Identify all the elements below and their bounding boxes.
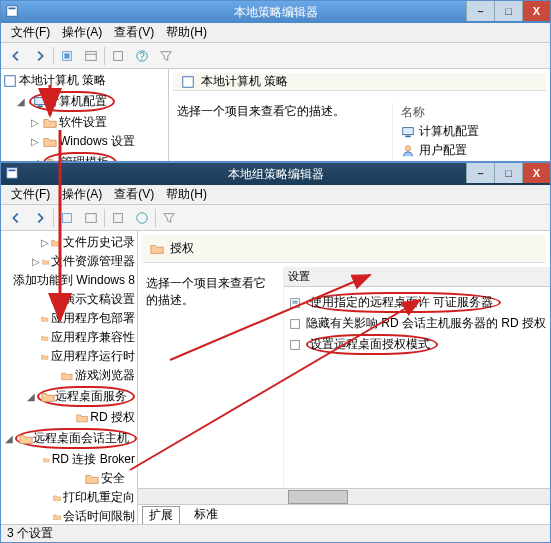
close-button[interactable]: X bbox=[522, 1, 550, 21]
detail-title: 本地计算机 策略 bbox=[201, 73, 288, 90]
detail-title: 授权 bbox=[170, 240, 194, 257]
setting-license-mode[interactable]: 设置远程桌面授权模式 bbox=[288, 333, 546, 356]
tab-extended[interactable]: 扩展 bbox=[142, 506, 180, 524]
menu-action[interactable]: 操作(A) bbox=[56, 186, 108, 203]
tree-item[interactable]: 打印机重定向 bbox=[3, 488, 135, 507]
setting-label: 设置远程桌面授权模式 bbox=[310, 336, 430, 353]
menu-file[interactable]: 文件(F) bbox=[5, 186, 56, 203]
tree-software-settings[interactable]: ▷软件设置 bbox=[3, 113, 166, 132]
menu-help[interactable]: 帮助(H) bbox=[160, 186, 213, 203]
show-hide-button[interactable] bbox=[80, 45, 102, 67]
tree-label: 文件历史记录 bbox=[63, 234, 135, 251]
folder-icon bbox=[41, 331, 49, 345]
tree-label: 打印机重定向 bbox=[63, 489, 135, 506]
tree-item[interactable]: 游戏浏览器 bbox=[3, 366, 135, 385]
export-button[interactable] bbox=[107, 207, 129, 229]
tree-windows-settings[interactable]: ▷Windows 设置 bbox=[3, 132, 166, 151]
tree-item[interactable]: 添加功能到 Windows 8 bbox=[3, 271, 135, 290]
folder-icon bbox=[41, 390, 55, 404]
folder-icon bbox=[51, 236, 61, 250]
expander-icon[interactable]: ◢ bbox=[29, 157, 41, 161]
titlebar[interactable]: 本地策略编辑器 – □ X bbox=[1, 1, 550, 23]
tree-computer-config[interactable]: ◢ 计算机配置 bbox=[3, 90, 166, 113]
svg-rect-17 bbox=[9, 170, 16, 172]
svg-rect-16 bbox=[7, 168, 18, 179]
window-controls: – □ X bbox=[466, 1, 550, 21]
forward-button[interactable] bbox=[29, 45, 51, 67]
show-hide-button[interactable] bbox=[80, 207, 102, 229]
maximize-button[interactable]: □ bbox=[494, 1, 522, 21]
close-button[interactable]: X bbox=[522, 163, 550, 183]
up-button[interactable] bbox=[56, 45, 78, 67]
menu-help[interactable]: 帮助(H) bbox=[160, 24, 213, 41]
tree-label: 远程桌面会话主机 bbox=[33, 430, 129, 447]
window-group-policy-editor: 本地组策略编辑器 – □ X 文件(F) 操作(A) 查看(V) 帮助(H) ▷… bbox=[0, 162, 551, 543]
svg-rect-13 bbox=[403, 127, 414, 134]
minimize-button[interactable]: – bbox=[466, 1, 494, 21]
toolbar: ? bbox=[1, 43, 550, 69]
detail-scrollbar[interactable] bbox=[138, 488, 550, 504]
prop-user-config[interactable]: 用户配置 bbox=[401, 141, 542, 160]
filter-button[interactable] bbox=[158, 207, 180, 229]
back-button[interactable] bbox=[5, 207, 27, 229]
tree-admin-templates[interactable]: ◢ 管理模板 bbox=[3, 151, 166, 161]
filter-button[interactable] bbox=[155, 45, 177, 67]
tree-item[interactable]: RD 连接 Broker bbox=[3, 450, 135, 469]
help-button[interactable]: ? bbox=[131, 45, 153, 67]
setting-license-servers[interactable]: 使用指定的远程桌面许 可证服务器 bbox=[288, 291, 546, 314]
tree-item[interactable]: ▷文件资源管理器 bbox=[3, 252, 135, 271]
svg-rect-3 bbox=[64, 53, 69, 58]
tree-pane[interactable]: ▷文件历史记录 ▷文件资源管理器 添加功能到 Windows 8 演示文稿设置 … bbox=[1, 231, 138, 524]
setting-icon bbox=[288, 317, 302, 331]
tree-item[interactable]: 应用程序包部署 bbox=[3, 309, 135, 328]
tree-remote-desktop-services[interactable]: ◢ 远程桌面服务 bbox=[3, 385, 135, 408]
tree-rd-session-host[interactable]: ◢ 远程桌面会话主机 bbox=[3, 427, 135, 450]
prop-computer-config[interactable]: 计算机配置 bbox=[401, 122, 542, 141]
expander-icon[interactable]: ▷ bbox=[29, 117, 41, 128]
svg-rect-26 bbox=[291, 340, 300, 349]
tree-item[interactable]: ▷文件历史记录 bbox=[3, 233, 135, 252]
menubar: 文件(F) 操作(A) 查看(V) 帮助(H) bbox=[1, 23, 550, 43]
setting-hide-rd[interactable]: 隐藏有关影响 RD 会话主机服务器的 RD 授权 bbox=[288, 314, 546, 333]
folder-icon bbox=[42, 255, 49, 269]
tab-standard[interactable]: 标准 bbox=[188, 506, 224, 523]
menu-action[interactable]: 操作(A) bbox=[56, 24, 108, 41]
menu-view[interactable]: 查看(V) bbox=[108, 24, 160, 41]
svg-rect-4 bbox=[86, 51, 97, 60]
expander-icon[interactable]: ◢ bbox=[15, 96, 27, 107]
detail-header: 本地计算机 策略 bbox=[173, 73, 546, 91]
content-area: ▷文件历史记录 ▷文件资源管理器 添加功能到 Windows 8 演示文稿设置 … bbox=[1, 231, 550, 524]
tree-label: RD 授权 bbox=[90, 409, 135, 426]
menu-view[interactable]: 查看(V) bbox=[108, 186, 160, 203]
settings-pane: 设置 使用指定的远程桌面许 可证服务器 隐藏有关影响 RD 会话主机服务器的 R… bbox=[283, 267, 550, 488]
svg-point-15 bbox=[405, 145, 410, 150]
tree-item[interactable]: 会话时间限制 bbox=[3, 507, 135, 524]
name-label: 名称 bbox=[401, 103, 542, 122]
back-button[interactable] bbox=[5, 45, 27, 67]
statusbar: 3 个设置 bbox=[1, 524, 550, 542]
tree-item[interactable]: 应用程序兼容性 bbox=[3, 328, 135, 347]
detail-pane: 授权 选择一个项目来查看它的描述。 设置 使用指定的远程桌面许 可证服务器 隐藏… bbox=[138, 231, 550, 524]
tree-item[interactable]: 演示文稿设置 bbox=[3, 290, 135, 309]
export-button[interactable] bbox=[107, 45, 129, 67]
forward-button[interactable] bbox=[29, 207, 51, 229]
tree-item[interactable]: RD 授权 bbox=[3, 408, 135, 427]
detail-tabs: 扩展 标准 bbox=[138, 504, 550, 524]
tree-item[interactable]: 应用程序运行时 bbox=[3, 347, 135, 366]
tree-item[interactable]: 安全 bbox=[3, 469, 135, 488]
svg-rect-0 bbox=[7, 6, 18, 17]
minimize-button[interactable]: – bbox=[466, 163, 494, 183]
tree-label: 远程桌面服务 bbox=[55, 388, 127, 405]
up-button[interactable] bbox=[56, 207, 78, 229]
tree-pane[interactable]: 本地计算机 策略 ◢ 计算机配置 ▷软件设置 ▷Windows 设置 ◢ 管理模… bbox=[1, 69, 169, 161]
tree-root[interactable]: 本地计算机 策略 bbox=[3, 71, 166, 90]
maximize-button[interactable]: □ bbox=[494, 163, 522, 183]
policy-icon bbox=[3, 74, 17, 88]
menu-file[interactable]: 文件(F) bbox=[5, 24, 56, 41]
folder-icon bbox=[19, 432, 33, 446]
window-controls: – □ X bbox=[466, 163, 550, 183]
help-button[interactable] bbox=[131, 207, 153, 229]
expander-icon[interactable]: ▷ bbox=[29, 136, 41, 147]
tree-root-label: 本地计算机 策略 bbox=[19, 72, 106, 89]
titlebar[interactable]: 本地组策略编辑器 – □ X bbox=[1, 163, 550, 185]
